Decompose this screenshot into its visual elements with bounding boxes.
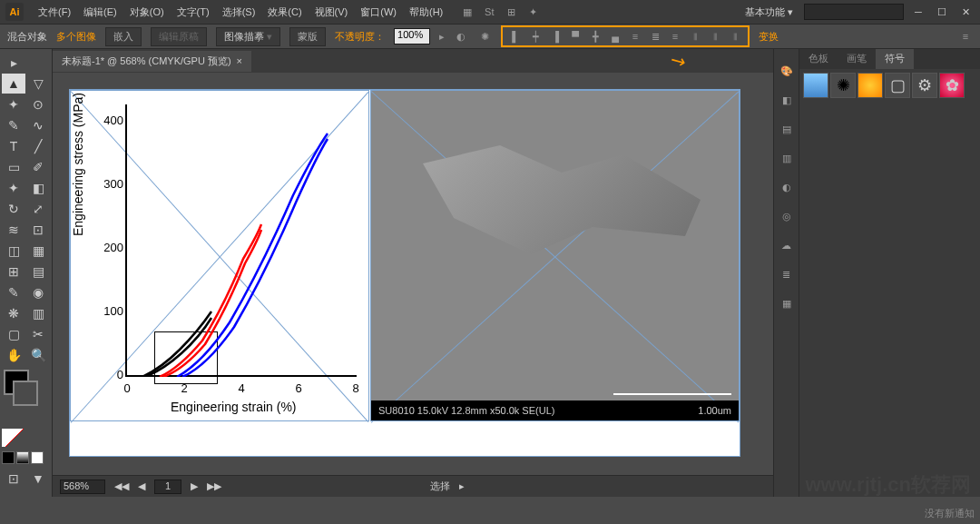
search-input[interactable]	[804, 4, 904, 20]
graph-tool[interactable]: ▥	[26, 303, 50, 323]
align-left-icon[interactable]: ▌	[508, 29, 523, 44]
gpu-icon[interactable]: ✦	[524, 4, 541, 20]
layers-panel-icon[interactable]: ≣	[778, 265, 796, 283]
panel-menu-icon[interactable]: ≡	[958, 29, 973, 44]
toolbox-collapse-icon[interactable]: ▸	[2, 53, 25, 73]
close-button[interactable]: ✕	[956, 5, 975, 19]
symbol-box[interactable]: ▢	[885, 73, 910, 98]
hand-tool[interactable]: ✋	[2, 345, 25, 365]
mask-button[interactable]: 蒙版	[289, 27, 326, 46]
eraser-tool[interactable]: ◧	[26, 178, 50, 198]
zoom-input[interactable]: 568%	[60, 480, 105, 494]
dist-left-icon[interactable]: ⦀	[688, 29, 702, 44]
artboard-nav-fwd-icon[interactable]: ▶	[191, 480, 198, 492]
shape-builder-tool[interactable]: ◫	[2, 241, 25, 261]
tab-close-icon[interactable]: ×	[237, 55, 242, 66]
document-tab[interactable]: 未标题-1* @ 568% (CMYK/GPU 预览) ×	[53, 51, 251, 72]
recolor-icon[interactable]: ✺	[477, 29, 492, 44]
direct-selection-tool[interactable]: ▽	[26, 74, 50, 94]
change-screen-icon[interactable]: ▼	[26, 469, 50, 489]
tab-brushes[interactable]: 画笔	[838, 49, 876, 69]
asset-panel-icon[interactable]: ▦	[778, 294, 796, 312]
menu-type[interactable]: 文字(T)	[172, 3, 215, 22]
rotate-tool[interactable]: ↻	[2, 199, 25, 219]
screen-mode-icon[interactable]: ⊡	[2, 469, 25, 489]
symbol-gear[interactable]: ⚙	[912, 73, 937, 98]
align-vcenter-icon[interactable]: ╋	[588, 29, 603, 44]
menu-view[interactable]: 视图(V)	[309, 3, 354, 22]
bridge-icon[interactable]: ▦	[459, 4, 475, 20]
align-top-icon[interactable]: ▀	[568, 29, 583, 44]
symbol-sun[interactable]	[858, 73, 883, 98]
dist-vcenter-icon[interactable]: ≣	[648, 29, 662, 44]
dist-top-icon[interactable]: ≡	[628, 29, 642, 44]
paintbrush-tool[interactable]: ✐	[26, 157, 50, 177]
align-right-icon[interactable]: ▐	[548, 29, 563, 44]
menu-edit[interactable]: 编辑(E)	[78, 3, 122, 22]
pen-tool[interactable]: ✎	[2, 115, 25, 135]
stock-icon[interactable]: St	[481, 4, 497, 20]
selection-tool[interactable]: ▲	[2, 74, 25, 94]
status-dropdown-icon[interactable]: ▸	[459, 480, 465, 492]
line-tool[interactable]: ╱	[26, 136, 50, 156]
dist-right-icon[interactable]: ⦀	[728, 29, 742, 44]
color-panel-icon[interactable]: 🎨	[778, 62, 796, 80]
maximize-button[interactable]: ☐	[933, 5, 951, 19]
symbol-ink[interactable]: ✺	[830, 73, 856, 98]
minimize-button[interactable]: ─	[909, 5, 927, 19]
arrange-icon[interactable]: ⊞	[503, 4, 519, 20]
transform-link[interactable]: 变换	[759, 30, 779, 44]
rectangle-tool[interactable]: ▭	[2, 157, 25, 177]
none-swatch[interactable]	[2, 429, 27, 447]
dist-hcenter-icon[interactable]: ⦀	[708, 29, 722, 44]
curvature-tool[interactable]: ∿	[26, 115, 50, 135]
artboard-nav-back-icon[interactable]: ◀	[138, 480, 145, 492]
align-hcenter-icon[interactable]: ┿	[528, 29, 543, 44]
magic-wand-tool[interactable]: ✦	[2, 94, 25, 114]
workspace-switcher[interactable]: 基本功能 ▾	[740, 3, 799, 22]
scale-tool[interactable]: ⤢	[26, 199, 50, 219]
color-mode-icon[interactable]	[2, 451, 15, 464]
blend-tool[interactable]: ◉	[26, 282, 50, 302]
stroke-panel-icon[interactable]: ▤	[778, 120, 796, 138]
slice-tool[interactable]: ✂	[26, 324, 50, 344]
appearance-panel-icon[interactable]: ◎	[778, 207, 796, 225]
artboard-number[interactable]: 1	[154, 480, 181, 494]
gradient-mode-icon[interactable]	[16, 451, 29, 464]
menu-file[interactable]: 文件(F)	[33, 3, 76, 22]
transparency-panel-icon[interactable]: ◐	[778, 178, 796, 196]
free-transform-tool[interactable]: ⊡	[26, 220, 50, 240]
lasso-tool[interactable]: ⊙	[26, 94, 50, 114]
embed-button[interactable]: 嵌入	[105, 27, 142, 46]
tab-swatches[interactable]: 色板	[799, 49, 838, 69]
type-tool[interactable]: T	[2, 136, 25, 156]
opacity-input[interactable]: 100%	[394, 28, 430, 44]
style-icon[interactable]: ◐	[454, 29, 468, 44]
tab-symbols[interactable]: 符号	[876, 49, 914, 69]
eyedropper-tool[interactable]: ✎	[2, 282, 25, 302]
sem-image[interactable]: SU8010 15.0kV 12.8mm x50.0k SE(UL) 1.00u…	[370, 90, 740, 421]
libraries-icon[interactable]: ☁	[778, 236, 796, 254]
artboard-tool[interactable]: ▢	[2, 324, 25, 344]
menu-help[interactable]: 帮助(H)	[404, 3, 448, 22]
chart-image[interactable]: 0 100 200 300 400 0 2 4 6 8 Engineering …	[70, 90, 369, 421]
canvas[interactable]: 0 100 200 300 400 0 2 4 6 8 Engineering …	[53, 73, 773, 475]
none-mode-icon[interactable]	[31, 451, 44, 464]
dist-bottom-icon[interactable]: ≡	[668, 29, 682, 44]
symbol-flower[interactable]: ✿	[939, 73, 965, 98]
gradient-tool[interactable]: ▤	[26, 262, 50, 282]
menu-effect[interactable]: 效果(C)	[262, 3, 307, 22]
menu-window[interactable]: 窗口(W)	[355, 3, 402, 22]
artboard-nav-last-icon[interactable]: ▶▶	[207, 480, 221, 492]
width-tool[interactable]: ≋	[2, 220, 25, 240]
align-bottom-icon[interactable]: ▄	[608, 29, 622, 44]
mesh-tool[interactable]: ⊞	[2, 262, 25, 282]
stroke-swatch[interactable]	[13, 381, 38, 406]
zoom-tool[interactable]: 🔍	[26, 345, 50, 365]
menu-select[interactable]: 选择(S)	[217, 3, 261, 22]
symbol-sprayer-tool[interactable]: ❋	[2, 303, 25, 323]
menu-object[interactable]: 对象(O)	[124, 3, 170, 22]
artboard-nav-prev-icon[interactable]: ◀◀	[114, 480, 129, 492]
shaper-tool[interactable]: ✦	[2, 178, 25, 198]
color-guide-icon[interactable]: ◧	[778, 91, 796, 109]
